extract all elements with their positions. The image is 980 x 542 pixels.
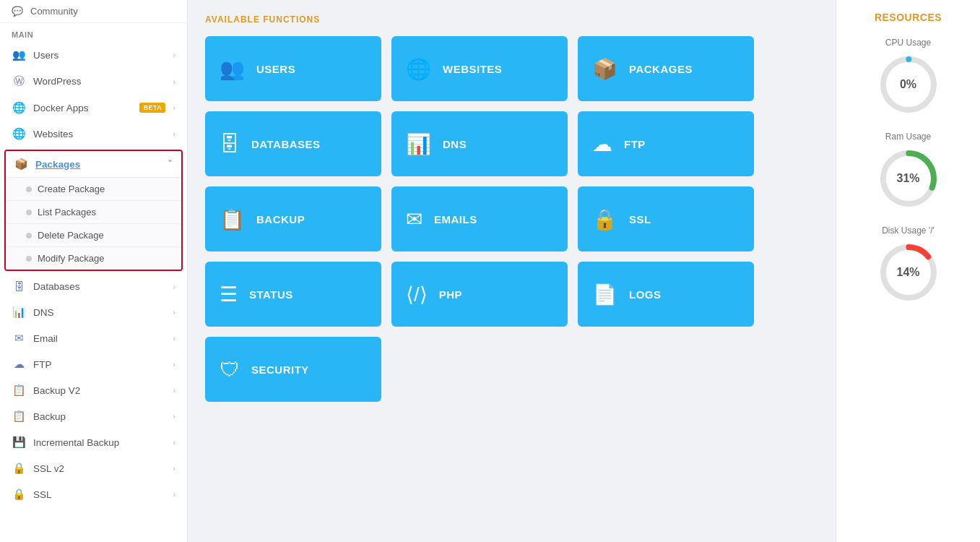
dns-card-icon: 📊 xyxy=(406,132,431,156)
backup-v2-icon: 📋 xyxy=(12,384,26,397)
arrow-icon: › xyxy=(173,412,175,421)
function-card-emails[interactable]: ✉ EMAILS xyxy=(391,186,568,251)
modify-package-label: Modify Package xyxy=(38,253,105,264)
sub-dot-icon xyxy=(26,186,32,192)
sidebar-item-docker[interactable]: 🌐 Docker Apps BETA › xyxy=(0,95,187,121)
sub-dot-icon xyxy=(26,256,32,262)
databases-card-icon: 🗄 xyxy=(220,132,240,156)
packages-card-icon: 📦 xyxy=(592,57,617,81)
cpu-donut: 0% xyxy=(876,52,941,117)
sidebar-item-ftp[interactable]: ☁ FTP › xyxy=(0,351,187,377)
function-card-status[interactable]: ☰ STATUS xyxy=(205,262,381,327)
main-content: AVAILABLE FUNCTIONS 👥 USERS 🌐 WEBSITES 📦… xyxy=(188,0,836,542)
sidebar-item-backup[interactable]: 📋 Backup › xyxy=(0,403,187,429)
sidebar: 💬 Community MAIN 👥 Users › Ⓦ WordPress ›… xyxy=(0,0,188,542)
available-functions-title: AVAILABLE FUNCTIONS xyxy=(205,14,818,25)
sidebar-item-delete-package[interactable]: Delete Package xyxy=(6,223,181,246)
sidebar-item-ssl-v2[interactable]: 🔒 SSL v2 › xyxy=(0,455,187,481)
community-icon: 💬 xyxy=(12,6,23,17)
wordpress-icon: Ⓦ xyxy=(12,74,26,88)
sidebar-item-databases[interactable]: 🗄 Databases › xyxy=(0,274,187,299)
sidebar-item-create-package[interactable]: Create Package xyxy=(6,177,181,200)
websites-card-icon: 🌐 xyxy=(406,57,431,81)
backup-card-label: BACKUP xyxy=(256,213,305,225)
sidebar-item-ssl[interactable]: 🔒 SSL › xyxy=(0,481,187,507)
function-card-packages[interactable]: 📦 PACKAGES xyxy=(578,36,754,101)
disk-resource: Disk Usage '/' 14% xyxy=(848,225,968,305)
functions-grid: 👥 USERS 🌐 WEBSITES 📦 PACKAGES 🗄 DATABASE… xyxy=(205,36,754,402)
function-card-websites[interactable]: 🌐 WEBSITES xyxy=(391,36,568,101)
sidebar-item-list-packages[interactable]: List Packages xyxy=(6,200,181,223)
function-card-logs[interactable]: 📄 LOGS xyxy=(578,262,754,327)
sidebar-label-incremental-backup: Incremental Backup xyxy=(33,437,165,448)
sidebar-item-incremental-backup[interactable]: 💾 Incremental Backup › xyxy=(0,429,187,455)
status-card-icon: ☰ xyxy=(220,283,238,306)
arrow-icon: › xyxy=(173,360,175,369)
ssl-v2-icon: 🔒 xyxy=(12,462,26,475)
sidebar-item-users[interactable]: 👥 Users › xyxy=(0,42,187,68)
sidebar-label-email: Email xyxy=(33,333,165,344)
arrow-icon: › xyxy=(173,129,175,138)
ram-label: Ram Usage xyxy=(885,132,931,142)
ftp-icon: ☁ xyxy=(12,358,26,371)
sidebar-label-dns: DNS xyxy=(33,307,165,318)
resources-title: RESOURCES xyxy=(848,12,968,23)
logs-card-icon: 📄 xyxy=(592,283,617,306)
sidebar-item-modify-package[interactable]: Modify Package xyxy=(6,246,181,270)
arrow-icon: › xyxy=(173,51,175,59)
ram-resource: Ram Usage 31% xyxy=(848,132,968,211)
arrow-icon: › xyxy=(173,77,175,86)
sidebar-community[interactable]: 💬 Community xyxy=(0,0,187,23)
sidebar-item-backup-v2[interactable]: 📋 Backup V2 › xyxy=(0,377,187,403)
sidebar-label-databases: Databases xyxy=(33,281,165,292)
sidebar-item-wordpress[interactable]: Ⓦ WordPress › xyxy=(0,68,187,95)
incremental-backup-icon: 💾 xyxy=(12,436,26,449)
sidebar-label-docker: Docker Apps xyxy=(33,103,132,113)
ftp-card-label: FTP xyxy=(624,138,646,150)
backup-icon: 📋 xyxy=(12,410,26,423)
users-icon: 👥 xyxy=(12,48,26,61)
arrow-icon: › xyxy=(173,386,175,395)
packages-icon: 📦 xyxy=(14,158,28,171)
function-card-php[interactable]: ⟨/⟩ PHP xyxy=(391,262,568,327)
logs-card-label: LOGS xyxy=(629,288,662,301)
packages-submenu: Create Package List Packages Delete Pack… xyxy=(6,177,181,270)
function-card-users[interactable]: 👥 USERS xyxy=(205,36,381,101)
sidebar-item-dns[interactable]: 📊 DNS › xyxy=(0,299,187,325)
sidebar-item-packages[interactable]: 📦 Packages ˅ xyxy=(6,151,181,177)
dns-card-label: DNS xyxy=(443,138,467,150)
arrow-icon: › xyxy=(173,490,175,499)
function-card-databases[interactable]: 🗄 DATABASES xyxy=(205,111,381,176)
packages-section: 📦 Packages ˅ Create Package List Package… xyxy=(4,150,183,271)
function-card-backup[interactable]: 📋 BACKUP xyxy=(205,186,381,251)
databases-card-label: DATABASES xyxy=(251,138,321,150)
sidebar-label-ftp: FTP xyxy=(33,359,165,370)
main-section-label: MAIN xyxy=(0,23,187,42)
packages-arrow-icon: ˅ xyxy=(168,158,173,170)
emails-card-icon: ✉ xyxy=(406,207,422,231)
arrow-icon: › xyxy=(173,103,175,112)
websites-card-label: WEBSITES xyxy=(443,63,502,75)
sidebar-label-wordpress: WordPress xyxy=(33,76,165,87)
sub-dot-icon xyxy=(26,210,32,215)
php-card-icon: ⟨/⟩ xyxy=(406,283,428,306)
php-card-label: PHP xyxy=(439,288,462,301)
disk-value: 14% xyxy=(896,266,919,279)
users-card-icon: 👥 xyxy=(220,57,245,81)
sidebar-item-websites[interactable]: 🌐 Websites › xyxy=(0,121,187,147)
function-card-dns[interactable]: 📊 DNS xyxy=(391,111,568,176)
sidebar-label-backup: Backup xyxy=(33,411,165,422)
sidebar-label-backup-v2: Backup V2 xyxy=(33,385,165,396)
users-card-label: USERS xyxy=(256,63,295,75)
sidebar-item-email[interactable]: ✉ Email › xyxy=(0,325,187,351)
cpu-value: 0% xyxy=(900,78,916,91)
ssl-card-label: SSL xyxy=(629,213,651,225)
arrow-icon: › xyxy=(173,283,175,291)
ram-donut: 31% xyxy=(876,146,941,211)
databases-icon: 🗄 xyxy=(12,280,26,293)
function-card-ssl[interactable]: 🔒 SSL xyxy=(578,186,754,251)
create-package-label: Create Package xyxy=(38,184,105,194)
function-card-security[interactable]: 🛡 SECURITY xyxy=(205,337,381,402)
function-card-ftp[interactable]: ☁ FTP xyxy=(578,111,754,176)
security-card-label: SECURITY xyxy=(251,364,309,376)
